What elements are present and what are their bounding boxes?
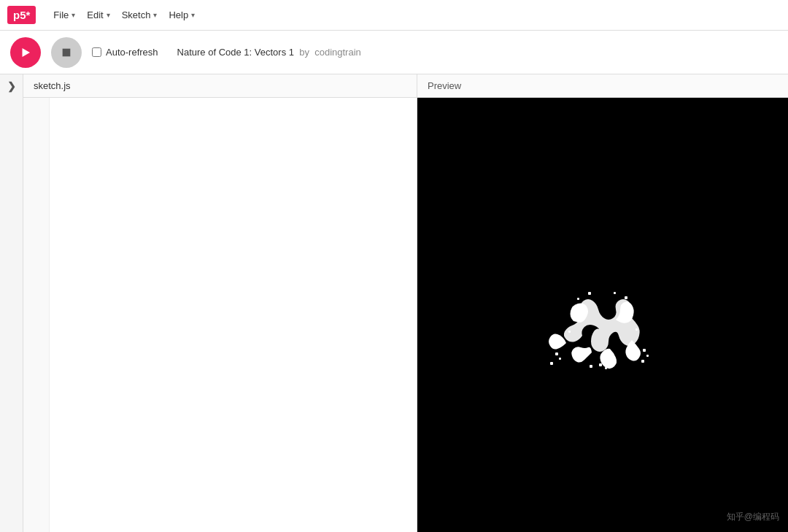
svg-rect-10 (590, 365, 592, 368)
sketch-by: by codingtrain (297, 47, 361, 58)
svg-rect-6 (646, 355, 649, 357)
sketch-menu-chevron: ▾ (153, 11, 157, 19)
watermark: 知乎@编程码 (727, 511, 779, 523)
sidebar-toggle-icon: ❯ (7, 80, 16, 92)
svg-rect-13 (614, 292, 616, 294)
walker-visualization (486, 239, 719, 429)
stop-icon (61, 47, 72, 58)
file-tab[interactable]: sketch.js (23, 74, 417, 98)
file-menu[interactable]: File ▾ (53, 9, 75, 20)
code-content[interactable] (50, 98, 417, 532)
svg-marker-0 (23, 48, 31, 57)
svg-rect-4 (550, 362, 553, 365)
svg-rect-14 (625, 296, 627, 299)
line-numbers (23, 98, 50, 532)
auto-refresh-area: Auto-refresh (92, 47, 158, 58)
edit-menu-label: Edit (87, 9, 103, 20)
help-menu-chevron: ▾ (191, 11, 195, 19)
sketch-title: Nature of Code 1: Vectors 1 by codingtra… (177, 47, 361, 58)
toolbar: Auto-refresh Nature of Code 1: Vectors 1… (0, 31, 788, 74)
svg-rect-11 (577, 298, 579, 300)
play-button[interactable] (10, 37, 41, 68)
preview-canvas: 知乎@编程码 (417, 98, 788, 532)
edit-menu[interactable]: Edit ▾ (87, 9, 109, 20)
preview-tab: Preview (417, 74, 788, 98)
preview-area: Preview (417, 74, 788, 532)
svg-rect-5 (643, 349, 646, 352)
svg-rect-12 (588, 292, 591, 295)
sketch-menu-label: Sketch (122, 9, 151, 20)
code-editor[interactable] (23, 98, 417, 532)
auto-refresh-checkbox[interactable] (92, 47, 101, 57)
svg-rect-2 (555, 352, 558, 355)
svg-rect-8 (599, 363, 602, 366)
editor-area: ❯ sketch.js Preview (0, 74, 788, 532)
file-tab-label: sketch.js (34, 80, 71, 91)
app-logo: p5* (7, 6, 36, 24)
help-menu[interactable]: Help ▾ (169, 9, 195, 20)
svg-rect-16 (636, 328, 638, 331)
svg-rect-3 (559, 358, 561, 360)
sketch-menu[interactable]: Sketch ▾ (122, 9, 158, 20)
edit-menu-chevron: ▾ (107, 11, 110, 19)
file-menu-chevron: ▾ (72, 11, 75, 19)
code-panel: sketch.js (23, 74, 417, 532)
help-menu-label: Help (169, 9, 188, 20)
svg-rect-7 (641, 360, 644, 363)
menu-bar: p5* File ▾ Edit ▾ Sketch ▾ Help ▾ (0, 0, 788, 31)
auto-refresh-label[interactable]: Auto-refresh (106, 47, 158, 58)
play-icon (19, 46, 32, 59)
stop-button[interactable] (51, 37, 82, 68)
preview-tab-label: Preview (428, 80, 461, 91)
sidebar-toggle[interactable]: ❯ (0, 74, 23, 532)
svg-rect-9 (605, 367, 607, 369)
svg-rect-15 (568, 331, 571, 333)
file-menu-label: File (53, 9, 69, 20)
svg-rect-1 (63, 48, 71, 56)
